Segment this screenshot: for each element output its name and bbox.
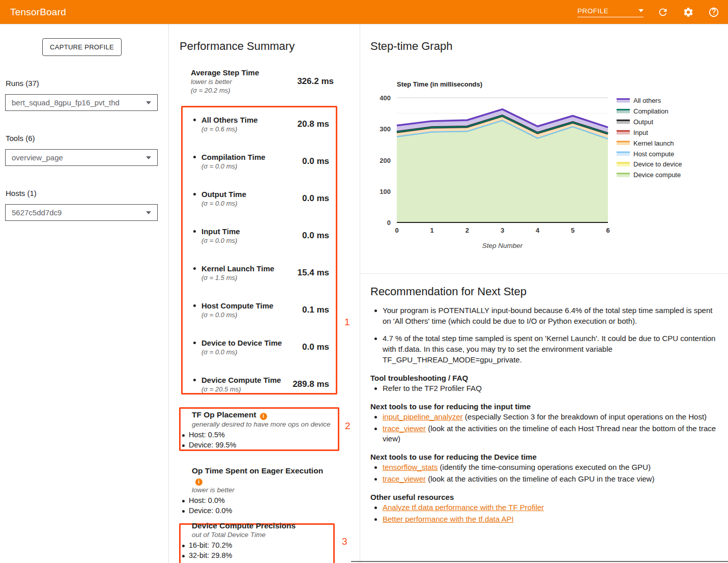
- recommendation-item: input_pipeline_analyzer (especially Sect…: [383, 412, 722, 422]
- step-time-graph-panel: Step-time Graph Step Time (in millisecon…: [360, 24, 728, 563]
- metric-value: 0.0 ms: [302, 156, 329, 166]
- hosts-dropdown[interactable]: 5627c5dd7dc9: [5, 204, 158, 221]
- bullet-dot: [193, 342, 196, 344]
- metric-sigma: (σ = 0.6 ms): [201, 125, 298, 133]
- tools-dropdown-value: overview_page: [12, 153, 63, 162]
- recommendation-item: trace_viewer (look at the activities on …: [383, 424, 722, 444]
- metric-sigma: (σ = 0.0 ms): [201, 199, 302, 208]
- bullet-dot: [193, 379, 196, 381]
- header-controls: PROFILE: [577, 6, 728, 18]
- bottom-border-line: [351, 561, 728, 562]
- metric-name: All Others Time: [201, 115, 298, 125]
- metric-value: 15.4 ms: [298, 268, 329, 278]
- metric-sigma: (σ = 20.5 ms): [201, 385, 293, 393]
- recommendation-subheading: Next tools to use for reducing the input…: [370, 402, 722, 412]
- recommendation-bullet-list: Your program is POTENTIALLY input-bound …: [370, 305, 722, 365]
- tool-link[interactable]: Better performance with the tf.data API: [383, 515, 514, 523]
- app-title: TensorBoard: [0, 7, 66, 18]
- capture-profile-button[interactable]: CAPTURE PROFILE: [42, 38, 122, 56]
- section-bullet: 16-bit: 70.2%: [181, 541, 333, 551]
- section-bullet-list: Host: 0.0%Device: 0.0%: [181, 496, 333, 516]
- performance-summary-title: Performance Summary: [180, 40, 295, 53]
- recommendation-title: Recommendation for Next Step: [370, 285, 722, 298]
- dashboard-selector[interactable]: PROFILE: [577, 7, 644, 17]
- metric-sigma: (σ = 0.0 ms): [201, 311, 302, 319]
- runs-label: Runs (37): [6, 79, 39, 88]
- svg-text:Kernel launch: Kernel launch: [633, 139, 674, 147]
- chevron-down-icon: [638, 9, 644, 12]
- recommendation-subheading: Next tools to use for reducing the Devic…: [370, 452, 722, 462]
- step-time-breakdown-row: Device to Device Time (σ = 0.0 ms) 0.0 m…: [193, 338, 329, 356]
- step-time-breakdown-row: Kernel Launch Time (σ = 1.5 ms) 15.4 ms: [193, 264, 329, 282]
- section-bullet: Device: 0.0%: [181, 506, 333, 516]
- svg-text:Device to device: Device to device: [633, 160, 682, 168]
- section-bullet-list: 16-bit: 70.2%32-bit: 29.8%: [181, 541, 333, 560]
- step-time-breakdown-row: All Others Time (σ = 0.6 ms) 20.8 ms: [193, 115, 329, 133]
- tool-link[interactable]: input_pipeline_analyzer: [383, 412, 463, 421]
- tool-link[interactable]: trace_viewer: [383, 474, 426, 483]
- section-bullet-list: Host: 0.5%Device: 99.5%: [181, 430, 333, 450]
- recommendation-bullet: 4.7 % of the total step time sampled is …: [383, 333, 722, 365]
- annotation-number-2: 2: [345, 420, 351, 432]
- recommendation-sublist: Analyze tf.data performance with the TF …: [370, 502, 722, 524]
- step-time-breakdown-row: Device Compute Time (σ = 20.5 ms) 289.8 …: [193, 375, 329, 393]
- info-icon[interactable]: i: [260, 413, 267, 420]
- bullet-dot: [193, 193, 196, 195]
- metric-name: Device Compute Time: [201, 375, 293, 385]
- legend-item-compilation: Compilation: [617, 107, 668, 115]
- annotation-number-1: 1: [344, 317, 350, 328]
- bullet-dot: [193, 230, 196, 233]
- metric-name: Output Time: [201, 189, 302, 199]
- tools-dropdown[interactable]: overview_page: [5, 149, 158, 166]
- metric-value: 0.1 ms: [302, 305, 329, 315]
- svg-text:All others: All others: [633, 97, 661, 104]
- metric-value: 0.0 ms: [302, 342, 329, 352]
- recommendation-sublist: tensorflow_stats (identify the time-cons…: [370, 462, 722, 484]
- recommendation-section: Recommendation for Next Step Your progra…: [370, 285, 722, 526]
- app-header: TensorBoard PROFILE: [0, 0, 728, 24]
- x-tick-label: 0: [395, 227, 398, 234]
- legend-item-kernel-launch: Kernel launch: [617, 139, 674, 147]
- y-tick-label: 200: [380, 157, 391, 164]
- svg-text:Compilation: Compilation: [633, 107, 668, 115]
- section-bullet: Device: 99.5%: [181, 440, 333, 451]
- metric-name: Kernel Launch Time: [201, 264, 298, 273]
- metric-value: 289.8 ms: [293, 379, 329, 389]
- tool-link[interactable]: tensorflow_stats: [383, 463, 438, 471]
- x-tick-label: 3: [501, 227, 504, 234]
- refresh-icon[interactable]: [657, 6, 669, 18]
- tf-op-placement-section: TF Op Placementigenerally desired to hav…: [181, 410, 333, 450]
- recommendation-item: Refer to the TF2 Profiler FAQ: [383, 383, 722, 393]
- settings-gear-icon[interactable]: [682, 6, 694, 18]
- recommendation-item: Analyze tf.data performance with the TF …: [383, 502, 722, 513]
- device-compute-precisions-section: Device Compute Precisionsout of Total De…: [181, 521, 333, 560]
- chart-axis-title: Step Time (in milliseconds): [397, 80, 482, 88]
- recommendation-sublist: Refer to the TF2 Profiler FAQ: [370, 383, 722, 393]
- hosts-dropdown-value: 5627c5dd7dc9: [12, 208, 62, 217]
- info-icon[interactable]: i: [195, 478, 202, 486]
- recommendation-subsections: Tool troubleshooting / FAQRefer to the T…: [370, 373, 722, 524]
- help-icon[interactable]: [708, 6, 720, 18]
- svg-text:Output: Output: [633, 118, 653, 126]
- runs-dropdown[interactable]: bert_squad_8gpu_fp16_pvt_thd: [5, 94, 158, 111]
- tools-label: Tools (6): [6, 134, 35, 143]
- tool-link[interactable]: Analyze tf.data performance with the TF …: [383, 503, 544, 512]
- tool-link[interactable]: trace_viewer: [383, 424, 426, 433]
- area-series-device-compute: [397, 121, 608, 222]
- section-subtitle: lower is better: [181, 486, 333, 495]
- performance-summary-panel: Performance Summary Average Step Time lo…: [169, 24, 360, 563]
- x-tick-label: 1: [430, 227, 434, 234]
- section-bullet: 32-bit: 29.8%: [181, 551, 333, 561]
- step-time-breakdown-row: Input Time (σ = 0.0 ms) 0.0 ms: [193, 227, 329, 245]
- x-axis-label: Step Number: [482, 242, 523, 249]
- metric-sigma: (σ = 0.0 ms): [201, 348, 302, 356]
- x-tick-label: 4: [536, 227, 540, 234]
- section-bullet: Host: 0.5%: [181, 430, 333, 440]
- bullet-dot: [193, 304, 196, 307]
- chevron-down-icon: [146, 101, 151, 104]
- legend-item-input: Input: [617, 129, 648, 136]
- bullet-dot: [193, 156, 196, 158]
- bullet-dot: [193, 267, 196, 270]
- legend-item-all-others: All others: [617, 97, 661, 104]
- metric-sigma: (σ = 20.2 ms): [191, 86, 259, 95]
